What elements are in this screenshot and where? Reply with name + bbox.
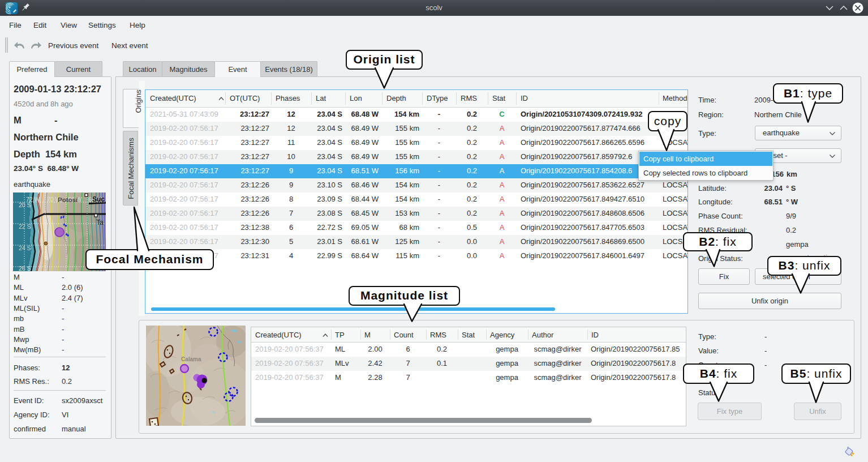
svg-text:26 S: 26 S xyxy=(19,265,31,271)
svg-text:Potosi: Potosi xyxy=(58,196,78,203)
svg-text:Ta: Ta xyxy=(96,219,104,226)
svg-text:Calama: Calama xyxy=(181,356,201,362)
svg-text:20 S: 20 S xyxy=(19,202,31,208)
svg-text:Suc: Suc xyxy=(92,195,105,203)
svg-text:24 S: 24 S xyxy=(19,245,31,251)
svg-text:22 S: 22 S xyxy=(19,223,31,230)
